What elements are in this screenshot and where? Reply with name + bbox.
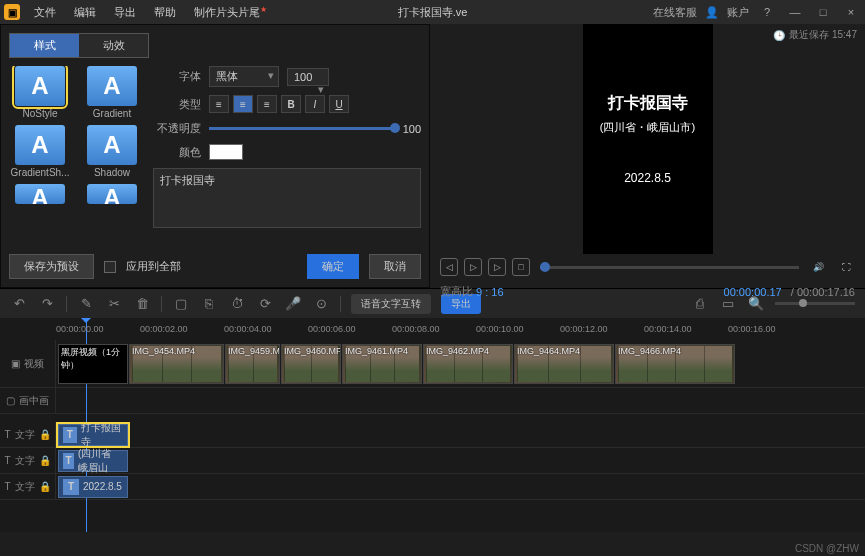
opacity-value: 100 xyxy=(403,123,421,135)
crop-icon[interactable]: ▢ xyxy=(172,295,190,313)
zoom-slider[interactable] xyxy=(775,302,855,305)
preview-title: 打卡报国寺 xyxy=(608,93,688,114)
text-clip[interactable]: T2022.8.5 xyxy=(58,476,128,498)
video-track-icon: ▣ xyxy=(11,358,20,369)
lock-icon[interactable]: 🔒 xyxy=(39,455,51,466)
save-preset-button[interactable]: 保存为预设 xyxy=(9,254,94,279)
clip-black[interactable]: 黑屏视频（1分钟） xyxy=(58,344,128,384)
clip-video[interactable]: IMG_9454.MP4 xyxy=(129,344,224,384)
text-track-icon: T xyxy=(4,481,10,492)
tab-motion[interactable]: 动效 xyxy=(79,34,148,57)
video-track: ▣视频 黑屏视频（1分钟） IMG_9454.MP4 IMG_9459.MP4 … xyxy=(0,340,865,388)
online-service-link[interactable]: 在线客服 xyxy=(653,5,697,20)
user-icon: 👤 xyxy=(705,6,719,19)
aspect-value[interactable]: 9 : 16 xyxy=(476,286,504,298)
rotate-icon[interactable]: ⟳ xyxy=(256,295,274,313)
settings-icon[interactable]: ? xyxy=(757,6,777,18)
preset-gradient[interactable]: A xyxy=(87,66,137,106)
record-icon[interactable]: ⊙ xyxy=(312,295,330,313)
preview-canvas[interactable]: 打卡报国寺 (四川省・峨眉山市) 2022.8.5 xyxy=(583,24,713,254)
ok-button[interactable]: 确定 xyxy=(307,254,359,279)
redo-icon[interactable]: ↷ xyxy=(38,295,56,313)
preview-date: 2022.8.5 xyxy=(624,171,671,185)
underline-button[interactable]: U xyxy=(329,95,349,113)
menu-file[interactable]: 文件 xyxy=(26,3,64,22)
font-size-select[interactable]: 100 xyxy=(287,68,329,86)
text-track-icon: T xyxy=(4,455,10,466)
tab-style[interactable]: 样式 xyxy=(10,34,79,57)
maximize-button[interactable]: □ xyxy=(813,6,833,18)
total-time: 00:00:17.16 xyxy=(797,286,855,298)
text-style-panel: 样式 动效 ANoStyle AGradient AGradientSh... … xyxy=(0,24,430,288)
clip-video[interactable]: IMG_9459.MP4 xyxy=(225,344,280,384)
text-clip[interactable]: T(四川省 峨眉山 xyxy=(58,450,128,472)
stop-button[interactable]: □ xyxy=(512,258,530,276)
play-button[interactable]: ▷ xyxy=(464,258,482,276)
minimize-button[interactable]: — xyxy=(785,6,805,18)
preset-more-2[interactable]: A xyxy=(87,184,137,204)
account-link[interactable]: 账户 xyxy=(727,5,749,20)
style-presets-grid: ANoStyle AGradient AGradientSh... AShado… xyxy=(9,66,143,246)
style-tabs: 样式 动效 xyxy=(9,33,149,58)
menu-export[interactable]: 导出 xyxy=(106,3,144,22)
speed-icon[interactable]: ⏱ xyxy=(228,295,246,313)
text-content-input[interactable]: 打卡报国寺 xyxy=(153,168,421,228)
text-track-3: T文字🔒 T2022.8.5 xyxy=(0,474,865,500)
prev-frame-button[interactable]: ◁ xyxy=(440,258,458,276)
text-track-2: T文字🔒 T(四川省 峨眉山 xyxy=(0,448,865,474)
font-family-select[interactable]: 黑体 xyxy=(209,66,279,87)
color-swatch[interactable] xyxy=(209,144,243,160)
pointer-icon[interactable]: ✎ xyxy=(77,295,95,313)
align-right-button[interactable]: ≡ xyxy=(257,95,277,113)
preset-nostyle[interactable]: A xyxy=(15,66,65,106)
align-left-button[interactable]: ≡ xyxy=(209,95,229,113)
next-frame-button[interactable]: ▷ xyxy=(488,258,506,276)
clip-video[interactable]: IMG_9461.MP4 xyxy=(342,344,422,384)
mic-icon[interactable]: 🎤 xyxy=(284,295,302,313)
current-time: 00:00:00.17 xyxy=(724,286,782,298)
menu-titles[interactable]: 制作片头片尾 xyxy=(186,3,275,22)
apply-all-checkbox[interactable] xyxy=(104,261,116,273)
fullscreen-icon[interactable]: ⛶ xyxy=(837,258,855,276)
menu-bar: ▣ 文件 编辑 导出 帮助 制作片头片尾 打卡报国寺.ve 在线客服 👤 账户 … xyxy=(0,0,865,24)
text-clip[interactable]: T打卡报国寺 xyxy=(58,424,128,446)
clip-video[interactable]: IMG_9464.MP4 xyxy=(514,344,614,384)
text-track-icon: T xyxy=(4,429,10,440)
progress-slider[interactable] xyxy=(540,266,799,269)
clip-video[interactable]: IMG_9466.MP4 xyxy=(615,344,735,384)
italic-button[interactable]: I xyxy=(305,95,325,113)
lock-icon[interactable]: 🔒 xyxy=(39,429,51,440)
menu-edit[interactable]: 编辑 xyxy=(66,3,104,22)
clip-video[interactable]: IMG_9462.MP4 xyxy=(423,344,513,384)
lock-icon[interactable]: 🔒 xyxy=(39,481,51,492)
apply-all-label: 应用到全部 xyxy=(126,259,181,274)
opacity-slider[interactable] xyxy=(209,127,395,130)
preview-panel: 🕒最近保存 15:47 打卡报国寺 (四川省・峨眉山市) 2022.8.5 ◁ … xyxy=(430,24,865,288)
preset-gradientshadow[interactable]: A xyxy=(15,125,65,165)
close-button[interactable]: × xyxy=(841,6,861,18)
volume-icon[interactable]: 🔊 xyxy=(809,258,827,276)
split-icon[interactable]: ⎘ xyxy=(200,295,218,313)
type-label: 类型 xyxy=(153,97,201,112)
time-ruler[interactable]: 00:00:00.00 00:00:02.00 00:00:04.00 00:0… xyxy=(0,318,865,340)
opacity-label: 不透明度 xyxy=(153,121,201,136)
project-title: 打卡报国寺.ve xyxy=(398,5,468,20)
text-track-1: T文字🔒 T打卡报国寺 xyxy=(0,422,865,448)
undo-icon[interactable]: ↶ xyxy=(10,295,28,313)
preset-shadow[interactable]: A xyxy=(87,125,137,165)
align-center-button[interactable]: ≡ xyxy=(233,95,253,113)
cut-icon[interactable]: ✂ xyxy=(105,295,123,313)
preview-subtitle: (四川省・峨眉山市) xyxy=(600,120,695,135)
menu-help[interactable]: 帮助 xyxy=(146,3,184,22)
bold-button[interactable]: B xyxy=(281,95,301,113)
color-label: 颜色 xyxy=(153,145,201,160)
pip-track-icon: ▢ xyxy=(6,395,15,406)
preset-more-1[interactable]: A xyxy=(15,184,65,204)
app-logo: ▣ xyxy=(4,4,20,20)
timeline: 00:00:00.00 00:00:02.00 00:00:04.00 00:0… xyxy=(0,318,865,532)
speech-to-text-button[interactable]: 语音文字互转 xyxy=(351,294,431,314)
cancel-button[interactable]: 取消 xyxy=(369,254,421,279)
aspect-label: 宽高比 xyxy=(440,284,473,299)
clip-video[interactable]: IMG_9460.MP4 xyxy=(281,344,341,384)
delete-icon[interactable]: 🗑 xyxy=(133,295,151,313)
